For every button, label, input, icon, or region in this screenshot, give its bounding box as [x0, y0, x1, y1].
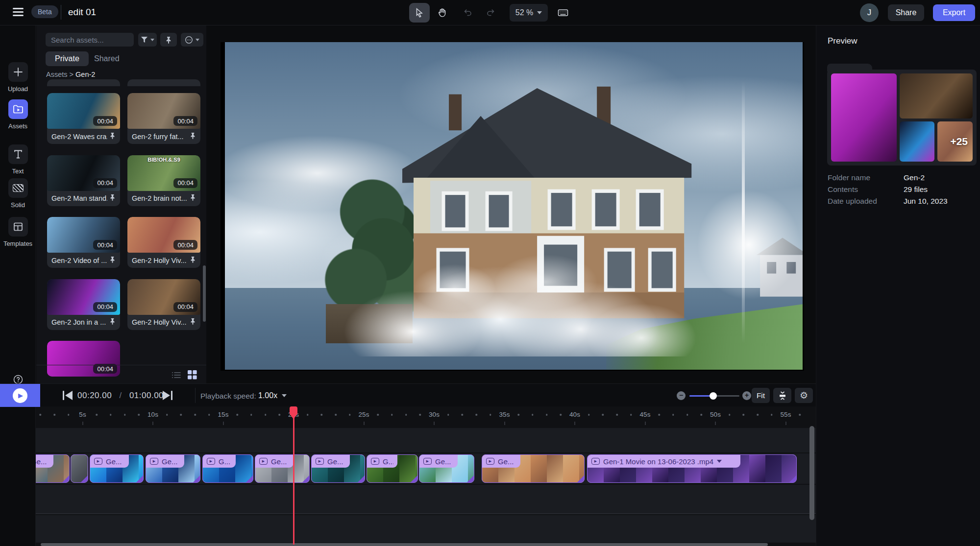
asset-card-partial[interactable]	[47, 79, 120, 86]
clip-label: Ge...	[162, 457, 178, 466]
timeline-ruler[interactable]: 05s10s15s20s25s30s35s40s45s50s55s	[0, 406, 816, 427]
timeline-horizontal-scrollbar[interactable]	[41, 543, 768, 546]
timeline-clip[interactable]: ▶Ge...	[311, 454, 365, 483]
timeline-clip[interactable]: ▶Ge...	[482, 454, 585, 483]
project-title[interactable]: edit 01	[68, 7, 96, 18]
playback-speed-dropdown[interactable]: 1.00x	[258, 391, 287, 400]
timeline: 05s10s15s20s25s30s35s40s45s50s55s V3V2V1…	[0, 406, 816, 546]
timeline-vertical-scrollbar[interactable]	[809, 426, 814, 520]
timeline-clip[interactable]: ▶Ge...	[255, 454, 310, 483]
templates-icon	[8, 217, 28, 237]
timeline-clip[interactable]: ▶G...	[367, 454, 418, 483]
track-v3[interactable]	[14, 428, 816, 452]
pin-icon[interactable]	[109, 256, 116, 265]
shortcuts-button[interactable]	[553, 3, 573, 23]
pan-tool-button[interactable]	[432, 3, 452, 23]
asset-card[interactable]: 00:04Gen-2 Jon in a ...	[47, 279, 120, 330]
track-a1[interactable]	[14, 515, 816, 543]
filter-button[interactable]	[138, 33, 157, 47]
export-button[interactable]: Export	[933, 4, 975, 21]
asset-card[interactable]: 00:04Gen-2 furry fat...	[127, 93, 200, 144]
grid-view-icon[interactable]	[187, 370, 197, 380]
track-v1[interactable]	[14, 485, 816, 513]
select-tool-button[interactable]	[409, 3, 430, 23]
video-frame[interactable]	[220, 42, 804, 371]
asset-card[interactable]: 00:04Gen-2 Video of ...	[47, 217, 120, 268]
skip-to-end-button[interactable]	[162, 390, 173, 401]
asset-card[interactable]: 00:04	[47, 341, 120, 377]
pin-icon[interactable]	[190, 256, 196, 265]
timeline-zoom-out-button[interactable]: −	[677, 391, 686, 400]
timeline-clip[interactable]: ▶Gen-1 Movie on 13-06-2023 .mp4	[587, 454, 797, 483]
avatar[interactable]: J	[860, 3, 879, 22]
timeline-clip[interactable]: ▶Ge...	[90, 454, 144, 483]
tab-shared[interactable]: Shared	[94, 54, 120, 63]
timeline-clip[interactable]: ▶Ge...	[146, 454, 200, 483]
sidebar-item-templates[interactable]: Templates	[0, 217, 36, 247]
tab-private[interactable]: Private	[46, 51, 89, 66]
ruler-dot	[517, 414, 519, 416]
asset-name: Gen-2 Holly Viv...	[132, 257, 188, 264]
sidebar-item-upload[interactable]: Upload	[0, 62, 36, 93]
breadcrumb-parent[interactable]: Assets	[46, 71, 68, 78]
ruler-tick	[785, 422, 786, 425]
timeline-clip[interactable]: ▶Ge...	[419, 454, 474, 483]
timeline-zoom-slider[interactable]	[689, 395, 739, 397]
ruler-dot	[672, 414, 674, 416]
pin-filter-button[interactable]	[160, 33, 177, 47]
slider-handle[interactable]	[710, 392, 717, 400]
pin-icon[interactable]	[190, 132, 196, 141]
skip-to-start-button[interactable]	[62, 390, 74, 401]
sidebar-item-solid[interactable]: Solid	[0, 178, 36, 209]
asset-card[interactable]: 00:04Gen-2 Holly Viv...	[127, 279, 200, 330]
search-input[interactable]	[46, 33, 134, 47]
sidebar-item-assets[interactable]: Assets	[0, 99, 36, 130]
breadcrumb-separator: >	[70, 71, 74, 78]
duration-badge: 00:04	[93, 302, 117, 312]
chevron-down-icon[interactable]	[717, 460, 722, 463]
redo-icon	[485, 7, 496, 18]
asset-name: Gen-2 Waves cra...	[51, 133, 107, 141]
hamburger-menu-icon[interactable]	[13, 8, 24, 17]
pin-icon[interactable]	[190, 318, 196, 327]
pin-icon[interactable]	[109, 194, 116, 203]
ruler-dot	[180, 414, 182, 416]
chevron-down-icon	[282, 394, 287, 397]
pin-icon[interactable]	[109, 132, 116, 141]
sidebar-item-label: Assets	[0, 122, 36, 130]
canvas-zoom-dropdown[interactable]: 52 %	[510, 4, 548, 22]
asset-card[interactable]: 00:04Gen-2 Holly Viv...	[127, 217, 200, 268]
asset-panel-scrollbar[interactable]	[203, 265, 206, 322]
ruler-label: 10s	[147, 411, 158, 418]
detail-row: Date uploadedJun 10, 2023	[828, 197, 970, 206]
asset-card[interactable]: BIB!OH.&.S900:04Gen-2 brain not...	[127, 155, 200, 206]
timeline-clip[interactable]	[71, 454, 88, 483]
asset-card[interactable]: 00:04Gen-2 Man stand...	[47, 155, 120, 206]
undo-button[interactable]	[458, 3, 478, 23]
fit-button[interactable]: Fit	[752, 388, 770, 403]
pin-icon[interactable]	[190, 194, 196, 203]
clip-label: G...	[219, 457, 230, 466]
sidebar-item-text[interactable]: Text	[0, 144, 36, 175]
detail-value: 29 files	[904, 185, 928, 194]
total-time: 01:00.00	[129, 391, 164, 400]
timeline-clip[interactable]: ▶G...	[202, 454, 253, 483]
video-preview	[225, 42, 803, 370]
timeline-settings-button[interactable]: ⚙	[795, 388, 813, 403]
timeline-zoom-in-button[interactable]: +	[742, 391, 751, 400]
breadcrumb-current: Gen-2	[75, 71, 95, 78]
more-options-button[interactable]	[181, 33, 203, 47]
duration-badge: 00:04	[93, 178, 117, 188]
redo-button[interactable]	[480, 3, 501, 23]
preview-canvas[interactable]	[206, 25, 816, 383]
share-button[interactable]: Share	[888, 4, 924, 21]
play-button[interactable]: ▶	[0, 384, 40, 407]
list-view-icon[interactable]	[172, 371, 181, 380]
detail-label: Folder name	[828, 173, 904, 182]
collapse-tracks-button[interactable]	[773, 388, 791, 403]
asset-thumbnail: 00:04	[47, 217, 120, 253]
asset-card[interactable]: 00:04Gen-2 Waves cra...	[47, 93, 120, 144]
pin-icon[interactable]	[109, 318, 116, 327]
asset-card-partial[interactable]	[127, 79, 200, 86]
folder-preview-card[interactable]: +25	[827, 70, 977, 166]
